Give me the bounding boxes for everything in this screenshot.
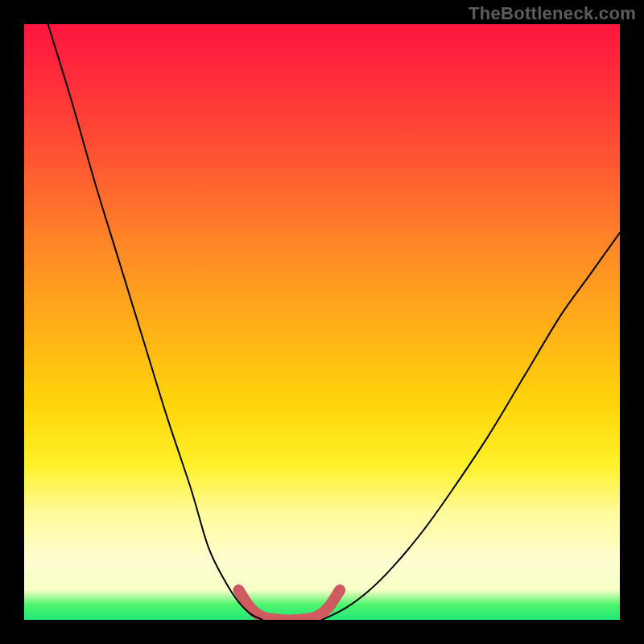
right-curve-path: [322, 233, 620, 620]
plot-area: [24, 24, 620, 620]
curve-layer: [24, 24, 620, 620]
chart-frame: TheBottleneck.com: [0, 0, 644, 644]
left-curve-path: [48, 24, 262, 620]
watermark-text: TheBottleneck.com: [469, 3, 636, 24]
